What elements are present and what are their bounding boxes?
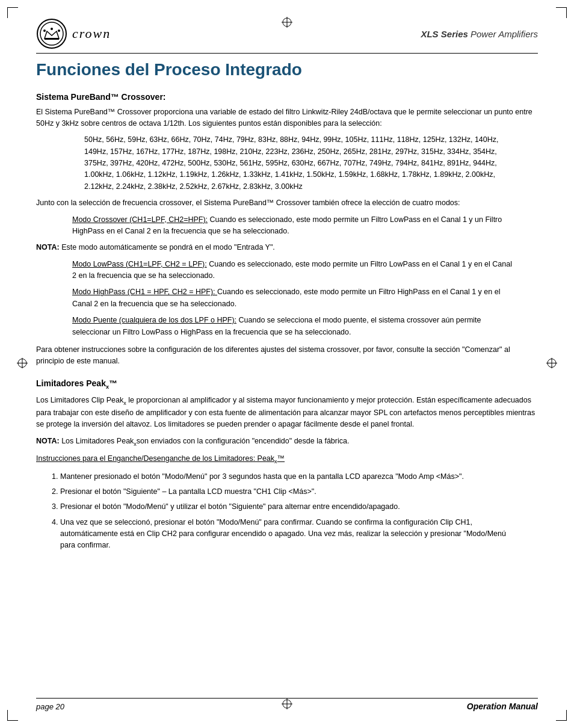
page-wrapper: crown XLS Series Power Amplifiers Funcio…	[0, 0, 574, 728]
footer: page 20 Operation Manual	[36, 698, 538, 711]
mode-crossover-note: NOTA: Este modo automáticamente se pondr…	[36, 242, 514, 253]
footer-page-label: page 20	[36, 702, 64, 711]
mode-puente: Modo Puente (cualquiera de los dos LPF o…	[72, 315, 514, 338]
limitadores-instructions-underline: Instrucciones para el Enganche/Desenganc…	[36, 454, 285, 463]
svg-point-15	[43, 29, 46, 32]
mode-puente-title: Modo Puente (cualquiera de los dos LPF o…	[72, 316, 236, 324]
limitadores-section: Limitadores Peakx™ Los Limitadores Clip …	[36, 378, 538, 552]
svg-point-17	[58, 29, 60, 32]
limitadores-intro-text: Los Limitadores Clip Peak	[36, 396, 123, 404]
svg-point-13	[40, 22, 63, 45]
list-item: Mantener presionado el botón "Modo/Menú"…	[60, 471, 520, 483]
logo-area: crown	[36, 18, 111, 49]
limitadores-intro-para: Los Limitadores Clip Peakx le proporcion…	[36, 395, 538, 431]
limitadores-title: Limitadores Peakx™	[36, 378, 538, 390]
mode-crossover: Modo Crossover (CH1=LPF, CH2=HPF): Cuand…	[72, 214, 514, 238]
list-item: Presionar el botón "Siguiente" – La pant…	[60, 486, 520, 498]
pureband-intro: El Sistema PureBand™ Crossover proporcio…	[36, 106, 538, 130]
footer-manual-label: Operation Manual	[467, 702, 538, 711]
corner-mark-br	[556, 710, 567, 721]
list-item: Presionar el botón "Modo/Menú" y utiliza…	[60, 501, 520, 513]
corner-mark-tr	[556, 7, 567, 18]
limitadores-note-end: son enviados con la configuración "encen…	[137, 437, 350, 445]
note-text: Este modo automáticamente se pondrá en e…	[61, 243, 275, 251]
series-label: XLS Series	[421, 29, 468, 39]
page-title: Funciones del Proceso Integrado	[36, 60, 538, 80]
logo-text: crown	[72, 26, 111, 42]
pureband-title: Sistema PureBand™ Crossover:	[36, 92, 538, 102]
mode-lowpass: Modo LowPass (CH1=LPF, CH2 = LPF): Cuand…	[72, 259, 514, 282]
mode-crossover-title: Modo Crossover (CH1=LPF, CH2=HPF):	[72, 215, 208, 224]
pureband-modes-intro: Junto con la selección de frecuencia cro…	[36, 197, 538, 209]
list-item: Una vez que se seleccionó, presionar el …	[60, 517, 520, 552]
mode-highpass: Modo HighPass (CH1 = HPF, CH2 = HPF): Cu…	[72, 286, 514, 310]
step-2-text: Presionar el botón "Siguiente" – La pant…	[60, 487, 316, 496]
limitadores-note-label: NOTA:	[36, 437, 60, 445]
pureband-closing: Para obtener instrucciones sobre la conf…	[36, 344, 538, 368]
limitadores-title-tm: ™	[109, 378, 117, 388]
limitadores-note: NOTA: Los Limitadores Peakxson enviados …	[36, 436, 538, 448]
pureband-section: Sistema PureBand™ Crossover: El Sistema …	[36, 92, 538, 368]
step-3-text: Presionar el botón "Modo/Menú" y utiliza…	[60, 502, 400, 511]
limitadores-note-text: Los Limitadores Peak	[60, 437, 134, 445]
right-crosshair-icon	[546, 358, 557, 371]
svg-point-12	[37, 19, 66, 48]
step-4-text: Una vez que se seleccionó, presionar el …	[60, 518, 506, 550]
note-bold-label: NOTA:	[36, 243, 60, 251]
mode-highpass-title: Modo HighPass (CH1 = HPF, CH2 = HPF):	[72, 288, 217, 296]
limitadores-instructions-label: Instrucciones para el Enganche/Desenganc…	[36, 453, 538, 466]
step-1-text: Mantener presionado el botón "Modo/Menú"…	[60, 472, 464, 481]
corner-mark-tl	[7, 7, 18, 18]
corner-mark-bl	[7, 710, 18, 721]
left-crosshair-icon	[17, 358, 28, 371]
limitadores-steps-list: Mantener presionado el botón "Modo/Menú"…	[60, 471, 520, 552]
series-subtitle: Power Amplifiers	[471, 29, 538, 39]
pureband-frequencies: 50Hz, 56Hz, 59Hz, 63Hz, 66Hz, 70Hz, 74Hz…	[84, 134, 514, 193]
svg-marker-14	[45, 31, 59, 39]
svg-rect-18	[45, 38, 59, 40]
mode-lowpass-title: Modo LowPass (CH1=LPF, CH2 = LPF):	[72, 260, 207, 268]
crown-logo-icon	[36, 18, 67, 49]
svg-point-16	[51, 28, 53, 30]
header-series: XLS Series Power Amplifiers	[421, 29, 538, 39]
top-crosshair-icon	[282, 17, 292, 29]
